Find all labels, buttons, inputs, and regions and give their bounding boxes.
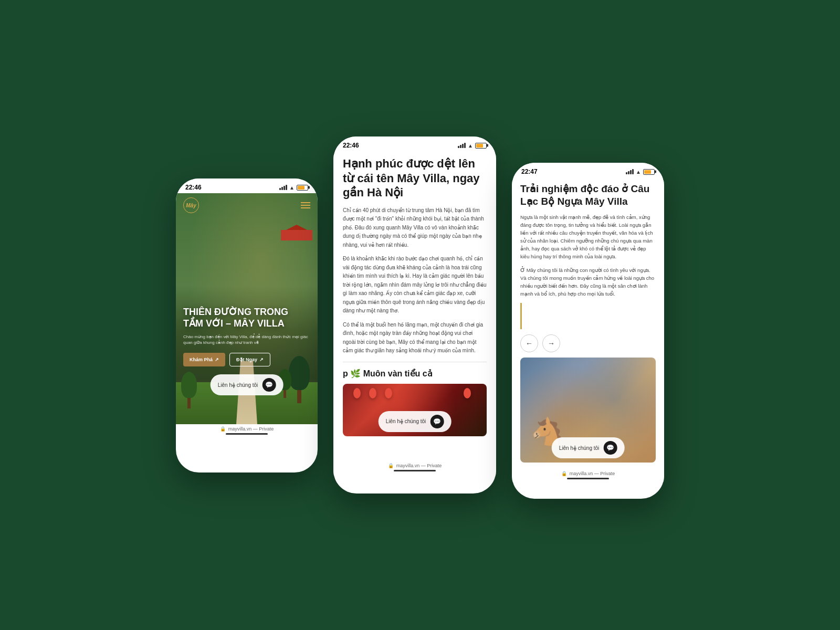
status-bar-right: 22:47 ▲ — [512, 163, 664, 177]
khampha-button[interactable]: Khám Phá ↗ — [183, 353, 225, 366]
time-left: 22:46 — [185, 184, 202, 191]
phone3-image: 🐴 Liên hệ chúng tôi 💬 — [520, 358, 656, 463]
home-indicator-center[interactable] — [394, 470, 436, 471]
lantern-2 — [369, 388, 376, 398]
datngay-button[interactable]: Đặt Ngay ↗ — [229, 353, 270, 366]
hamburger-menu[interactable] — [301, 202, 310, 208]
status-bar-center: 22:46 ▲ — [333, 136, 496, 151]
arrow-left-button[interactable]: ← — [520, 334, 538, 352]
home-indicator-left[interactable] — [226, 433, 268, 435]
phone3-title: Trải nghiệm độc đáo ở Câu Lạc Bộ Ngựa Mâ… — [520, 183, 656, 208]
time-center: 22:46 — [343, 142, 359, 149]
url-text-center: mayvilla.vn — Private — [396, 463, 442, 468]
status-icons-left: ▲ — [279, 185, 308, 191]
phone3-content: Trải nghiệm độc đáo ở Câu Lạc Bộ Ngựa Mâ… — [512, 177, 664, 469]
battery-right — [643, 169, 655, 175]
hero-buttons: Khám Phá ↗ Đặt Ngay ↗ — [183, 353, 310, 366]
wifi-icon-center: ▲ — [468, 143, 473, 149]
phone-center: 22:46 ▲ Hạnh phúc được dệt lên từ cái tê… — [333, 136, 496, 494]
section-text: p 🌿 Muôn vàn tiểu cả — [343, 369, 433, 379]
wifi-icon-left: ▲ — [289, 185, 295, 191]
url-bar-center: 🔒 mayvilla.vn — Private — [388, 463, 442, 468]
lienhe-bar-center[interactable]: Liên hệ chúng tôi 💬 — [379, 411, 452, 432]
lienhe-bar-right[interactable]: Liên hệ chúng tôi 💬 — [552, 437, 625, 458]
phone2-para2: Đó là khoảnh khắc khi rào bước dạo chơi … — [343, 255, 487, 316]
lantern-4 — [464, 388, 471, 398]
phone1-hero: Mây THIÊN ĐƯỜNG TRONG TẦM VỚI – MÂY VILL… — [176, 193, 318, 424]
chat-icon-center[interactable]: 💬 — [430, 415, 444, 428]
status-bar-left: 22:46 ▲ — [176, 178, 318, 193]
phone-bottom-left: 🔒 mayvilla.vn — Private — [176, 424, 318, 438]
time-right: 22:47 — [521, 168, 538, 175]
tree-1 — [181, 372, 197, 408]
logo: Mây — [183, 197, 199, 213]
battery-left — [297, 185, 308, 191]
lantern-1 — [353, 388, 361, 398]
phone3-para1: Ngựa là một sinh vật mạnh mẽ, đẹp đẽ và … — [520, 213, 656, 261]
phone2-title: Hạnh phúc được dệt lên từ cái tên Mây Vi… — [343, 156, 487, 200]
signal-icon-center — [458, 143, 466, 148]
phone3-para2: Ở Mây chúng tôi là những con người có tì… — [520, 266, 656, 298]
lock-icon-left: 🔒 — [220, 426, 226, 432]
signal-icon-right — [626, 169, 634, 174]
phone1-header: Mây — [176, 193, 318, 217]
phone-left: 22:46 ▲ — [176, 178, 318, 472]
lienhe-text-center: Liên hệ chúng tôi — [386, 418, 426, 424]
divider — [343, 362, 487, 362]
home-indicator-right[interactable] — [567, 478, 609, 479]
chat-icon-right[interactable]: 💬 — [603, 441, 617, 455]
phone-bottom-right: 🔒 mayvilla.vn — Private — [512, 469, 664, 482]
section-preview: p 🌿 Muôn vàn tiểu cả — [343, 369, 487, 379]
url-text-right: mayvilla.vn — Private — [570, 471, 615, 476]
gold-accent — [520, 303, 522, 329]
lienhe-text-right: Liên hệ chúng tôi — [559, 445, 600, 451]
lock-icon-right: 🔒 — [561, 471, 567, 476]
phone-bottom-center: 🔒 mayvilla.vn — Private — [333, 461, 496, 475]
lienhe-bar-left[interactable]: Liên hệ chúng tôi 💬 — [211, 374, 284, 395]
lantern-3 — [385, 388, 392, 398]
signal-icon-left — [279, 185, 287, 190]
hero-text: THIÊN ĐƯỜNG TRONG TẦM VỚI – MÂY VILLA Ch… — [183, 307, 310, 366]
battery-center — [475, 143, 487, 149]
phone-right: 22:47 ▲ Trải nghiệm độc đáo ở Câu Lạc Bộ… — [512, 163, 664, 499]
phone2-para1: Chỉ cần 40 phút di chuyển từ trung tâm H… — [343, 206, 487, 250]
hero-subtitle: Chào mừng bạn đến với Mây Villa, để dễ d… — [183, 334, 310, 345]
url-text-left: mayvilla.vn — Private — [228, 426, 274, 432]
wifi-icon-right: ▲ — [636, 169, 641, 175]
lienhe-text-left: Liên hệ chúng tôi — [218, 382, 258, 388]
phone2-content: Hạnh phúc được dệt lên từ cái tên Mây Vi… — [333, 151, 496, 461]
arrow-right-button[interactable]: → — [542, 334, 560, 352]
hero-title: THIÊN ĐƯỜNG TRONG TẦM VỚI – MÂY VILLA — [183, 307, 310, 329]
lock-icon-center: 🔒 — [388, 463, 394, 468]
phone2-image: Liên hệ chúng tôi 💬 — [343, 384, 487, 436]
phone2-para3: Có thể là một buổi hen hồ lãng mạn, một … — [343, 321, 487, 355]
url-bar-right: 🔒 mayvilla.vn — Private — [561, 471, 615, 476]
nav-arrows: ← → — [520, 334, 656, 352]
status-icons-right: ▲ — [626, 169, 655, 175]
status-icons-center: ▲ — [458, 143, 487, 149]
roof — [281, 225, 312, 240]
url-bar-left: 🔒 mayvilla.vn — Private — [220, 426, 274, 432]
chat-icon-left[interactable]: 💬 — [262, 378, 276, 392]
